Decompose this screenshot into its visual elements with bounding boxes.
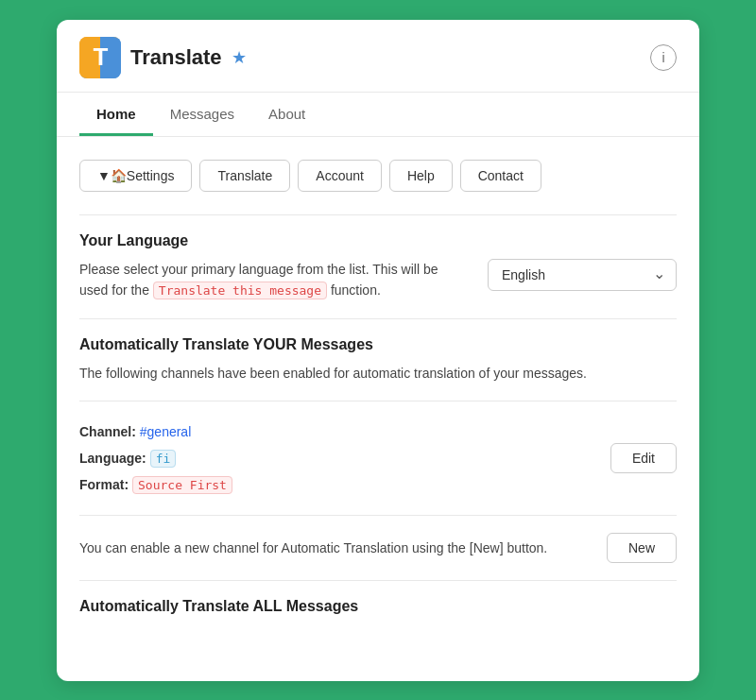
channel-entry: Channel: #general Language: fi Format: S… <box>79 418 677 498</box>
language-desc-part2: function. <box>331 282 381 298</box>
divider-4 <box>79 515 677 516</box>
auto-translate-your-section: Automatically Translate YOUR Messages Th… <box>79 336 677 384</box>
divider-1 <box>79 214 677 215</box>
language-select-wrapper: English Finnish Spanish French German Sw… <box>488 259 677 291</box>
translate-button[interactable]: Translate <box>199 160 290 192</box>
auto-translate-your-title: Automatically Translate YOUR Messages <box>79 336 677 353</box>
tabs-bar: Home Messages About <box>57 93 699 137</box>
your-language-title: Your Language <box>79 232 677 249</box>
language-tag: fi <box>150 450 177 468</box>
channel-line: Channel: #general <box>79 418 232 445</box>
channel-label: Channel: <box>79 424 136 439</box>
divider-2 <box>79 318 677 319</box>
toolbar: ▼🏠Settings Translate Account Help Contac… <box>79 160 677 192</box>
tab-about[interactable]: About <box>251 93 322 136</box>
language-label: Language: <box>79 451 146 466</box>
edit-button[interactable]: Edit <box>610 443 677 473</box>
auto-translate-all-title: Automatically Translate ALL Messages <box>79 598 677 615</box>
tab-home[interactable]: Home <box>79 93 153 136</box>
language-line: Language: fi <box>79 445 232 471</box>
account-button[interactable]: Account <box>298 160 382 192</box>
auto-translate-your-desc: The following channels have been enabled… <box>79 363 677 384</box>
content-area: ▼🏠Settings Translate Account Help Contac… <box>57 137 699 648</box>
auto-translate-all-section: Automatically Translate ALL Messages <box>79 598 677 615</box>
settings-button[interactable]: ▼🏠Settings <box>79 160 192 192</box>
language-description: Please select your primary language from… <box>79 259 469 301</box>
channel-value: #general <box>140 424 192 439</box>
your-language-section: Your Language Please select your primary… <box>79 232 677 301</box>
divider-5 <box>79 580 677 581</box>
main-card: T Translate ★ i Home Messages About ▼🏠Se… <box>57 20 699 681</box>
header: T Translate ★ i <box>57 20 699 93</box>
format-tag: Source First <box>132 476 232 494</box>
language-row: Please select your primary language from… <box>79 259 677 301</box>
app-title: Translate <box>130 45 222 70</box>
contact-button[interactable]: Contact <box>460 160 541 192</box>
channel-info: Channel: #general Language: fi Format: S… <box>79 418 232 498</box>
info-icon[interactable]: i <box>650 44 677 71</box>
format-label: Format: <box>79 477 129 492</box>
new-channel-row: You can enable a new channel for Automat… <box>79 533 677 563</box>
header-left: T Translate ★ <box>79 37 247 78</box>
star-icon[interactable]: ★ <box>232 47 247 68</box>
language-select[interactable]: English Finnish Spanish French German Sw… <box>488 259 677 291</box>
format-line: Format: Source First <box>79 471 232 498</box>
select-container: English Finnish Spanish French German Sw… <box>488 259 677 291</box>
divider-3 <box>79 401 677 401</box>
translate-this-message-tag: Translate this message <box>153 282 327 299</box>
help-button[interactable]: Help <box>389 160 453 192</box>
tab-messages[interactable]: Messages <box>153 93 251 136</box>
new-button[interactable]: New <box>607 533 677 563</box>
app-logo: T <box>79 37 121 78</box>
new-channel-desc: You can enable a new channel for Automat… <box>79 538 607 558</box>
